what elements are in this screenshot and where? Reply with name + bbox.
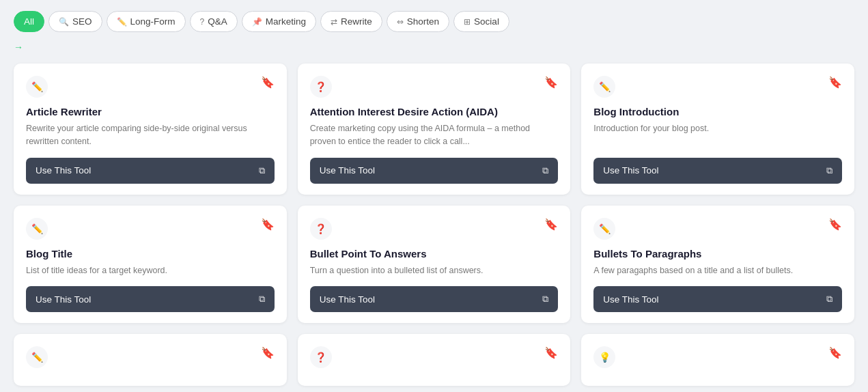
filter-label-all: All: [24, 16, 34, 27]
tool-card-blog-title: ✏️ 🔖 Blog Title List of title ideas for …: [14, 206, 287, 324]
tool-card-article-rewriter: ✏️ 🔖 Article Rewriter Rewrite your artic…: [14, 64, 287, 195]
external-icon-blog-introduction: ⧉: [826, 165, 832, 176]
card-header: ✏️ 🔖: [593, 76, 842, 98]
filter-btn-qanda[interactable]: ?Q&A: [190, 11, 238, 32]
tool-card-blog-introduction: ✏️ 🔖 Blog Introduction Introduction for …: [581, 64, 854, 195]
filter-label-shorten: Shorten: [407, 16, 439, 27]
card-desc-aida: Create marketing copy using the AIDA for…: [310, 122, 559, 148]
card-desc-article-rewriter: Rewrite your article comparing side-by-s…: [26, 122, 275, 148]
filter-icon-longform: ✏️: [117, 17, 127, 27]
filter-btn-shorten[interactable]: ⇔Shorten: [387, 11, 449, 32]
filter-icon-qanda: ?: [200, 17, 205, 27]
bookmark-icon-aida[interactable]: 🔖: [544, 76, 558, 89]
tool-card-partial-0: ✏️ 🔖: [14, 334, 287, 386]
filter-btn-seo[interactable]: 🔍SEO: [48, 11, 102, 32]
card-icon-article-rewriter: ✏️: [26, 76, 48, 98]
external-icon-bullets-to-paragraphs: ⧉: [826, 294, 832, 305]
use-tool-btn-blog-introduction[interactable]: Use This Tool ⧉: [593, 158, 842, 184]
tool-card-partial-1: ❓ 🔖: [298, 334, 571, 386]
card-header-partial-2: 💡 🔖: [593, 346, 842, 368]
filter-icon-social: ⊞: [464, 17, 471, 27]
bookmark-icon-bullets-to-paragraphs[interactable]: 🔖: [828, 218, 842, 231]
card-title-bullets-to-paragraphs: Bullets To Paragraphs: [593, 248, 842, 260]
external-icon-bullet-point-answers: ⧉: [542, 294, 548, 305]
card-header: ✏️ 🔖: [26, 76, 275, 98]
card-header: ❓ 🔖: [310, 76, 559, 98]
bookmark-icon-partial-2[interactable]: 🔖: [828, 346, 842, 359]
card-title-article-rewriter: Article Rewriter: [26, 106, 275, 117]
card-icon-bullets-to-paragraphs: ✏️: [593, 218, 615, 240]
card-header-partial-1: ❓ 🔖: [310, 346, 559, 368]
card-icon-blog-title: ✏️: [26, 218, 48, 240]
filter-icon-marketing: 📌: [252, 17, 262, 27]
bookmark-icon-article-rewriter[interactable]: 🔖: [261, 76, 275, 89]
use-tool-btn-bullet-point-answers[interactable]: Use This Tool ⧉: [310, 286, 559, 312]
bookmark-icon-blog-introduction[interactable]: 🔖: [828, 76, 842, 89]
filter-label-qanda: Q&A: [208, 16, 227, 27]
filter-btn-rewrite[interactable]: ⇄Rewrite: [320, 11, 382, 32]
use-tool-btn-article-rewriter[interactable]: Use This Tool ⧉: [26, 158, 275, 184]
use-tool-btn-aida[interactable]: Use This Tool ⧉: [310, 158, 559, 184]
use-tool-label-blog-introduction: Use This Tool: [603, 165, 658, 176]
card-desc-blog-introduction: Introduction for your blog post.: [593, 122, 842, 148]
arrow-icon: →: [14, 42, 23, 53]
bookmark-icon-blog-title[interactable]: 🔖: [261, 218, 275, 231]
card-icon-partial-0: ✏️: [26, 346, 48, 368]
external-icon-article-rewriter: ⧉: [259, 165, 265, 176]
use-tool-label-blog-title: Use This Tool: [36, 294, 91, 305]
filter-label-marketing: Marketing: [266, 16, 306, 27]
filter-label-seo: SEO: [72, 16, 92, 27]
tool-card-aida: ❓ 🔖 Attention Interest Desire Action (AI…: [298, 64, 571, 195]
use-tool-label-aida: Use This Tool: [320, 165, 375, 176]
card-header: ✏️ 🔖: [26, 218, 275, 240]
card-header-partial-0: ✏️ 🔖: [26, 346, 275, 368]
filter-icon-rewrite: ⇄: [331, 17, 337, 27]
card-desc-bullets-to-paragraphs: A few paragaphs based on a title and a l…: [593, 264, 842, 277]
bookmark-icon-partial-0[interactable]: 🔖: [261, 346, 275, 359]
use-tool-btn-blog-title[interactable]: Use This Tool ⧉: [26, 286, 275, 312]
use-tool-label-bullet-point-answers: Use This Tool: [320, 294, 375, 305]
external-icon-aida: ⧉: [542, 165, 548, 176]
tool-card-bullets-to-paragraphs: ✏️ 🔖 Bullets To Paragraphs A few paragap…: [581, 206, 854, 324]
filter-label-rewrite: Rewrite: [341, 16, 372, 27]
filter-btn-longform[interactable]: ✏️Long-Form: [107, 11, 186, 32]
use-tool-btn-bullets-to-paragraphs[interactable]: Use This Tool ⧉: [593, 286, 842, 312]
tool-card-partial-2: 💡 🔖: [581, 334, 854, 386]
card-header: ✏️ 🔖: [593, 218, 842, 240]
filter-btn-marketing[interactable]: 📌Marketing: [242, 11, 316, 32]
bookmark-icon-bullet-point-answers[interactable]: 🔖: [544, 218, 558, 231]
tool-card-bullet-point-answers: ❓ 🔖 Bullet Point To Answers Turn a quest…: [298, 206, 571, 324]
card-title-aida: Attention Interest Desire Action (AIDA): [310, 106, 559, 117]
card-title-blog-introduction: Blog Introduction: [593, 106, 842, 117]
card-icon-partial-1: ❓: [310, 346, 332, 368]
filter-label-social: Social: [474, 16, 499, 27]
card-icon-blog-introduction: ✏️: [593, 76, 615, 98]
external-icon-blog-title: ⧉: [259, 294, 265, 305]
displaying-label: →: [14, 42, 854, 53]
card-icon-bullet-point-answers: ❓: [310, 218, 332, 240]
bookmark-icon-partial-1[interactable]: 🔖: [544, 346, 558, 359]
card-header: ❓ 🔖: [310, 218, 559, 240]
filter-icon-seo: 🔍: [59, 17, 69, 27]
filter-btn-social[interactable]: ⊞Social: [453, 11, 509, 32]
use-tool-label-article-rewriter: Use This Tool: [36, 165, 91, 176]
card-icon-aida: ❓: [310, 76, 332, 98]
card-title-blog-title: Blog Title: [26, 248, 275, 260]
card-title-bullet-point-answers: Bullet Point To Answers: [310, 248, 559, 260]
filter-btn-all[interactable]: All: [14, 11, 44, 32]
card-icon-partial-2: 💡: [593, 346, 615, 368]
filter-bar: All🔍SEO✏️Long-Form?Q&A📌Marketing⇄Rewrite…: [14, 11, 854, 32]
filter-label-longform: Long-Form: [130, 16, 176, 27]
use-tool-label-bullets-to-paragraphs: Use This Tool: [603, 294, 658, 305]
card-desc-blog-title: List of title ideas for a target keyword…: [26, 264, 275, 277]
filter-icon-shorten: ⇔: [397, 17, 404, 27]
card-desc-bullet-point-answers: Turn a question into a bulleted list of …: [310, 264, 559, 277]
tool-grid: ✏️ 🔖 Article Rewriter Rewrite your artic…: [14, 64, 854, 386]
